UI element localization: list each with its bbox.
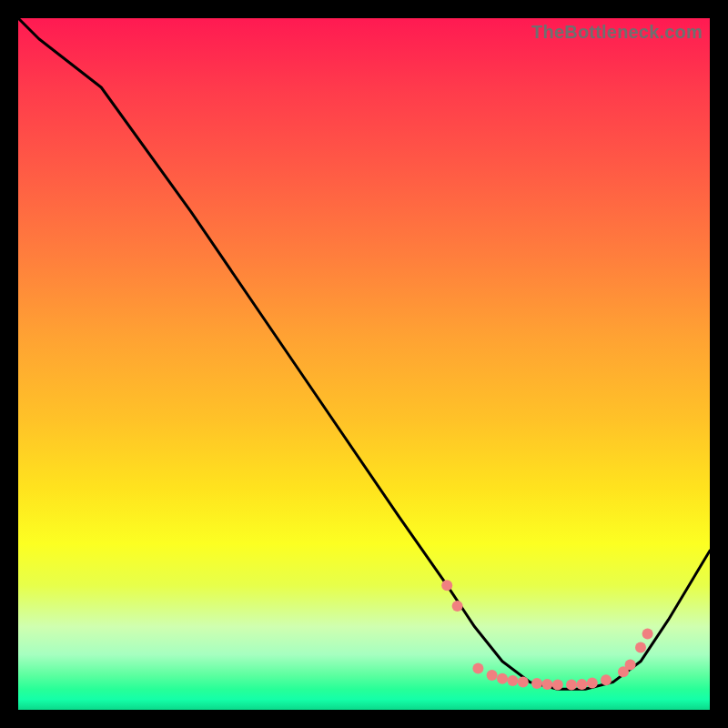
curve-marker bbox=[642, 628, 653, 639]
curve-marker bbox=[472, 662, 483, 673]
curve-marker bbox=[625, 660, 636, 671]
curve-marker bbox=[576, 679, 587, 690]
curve-marker bbox=[541, 679, 552, 690]
curve-marker bbox=[487, 670, 498, 681]
curve-marker bbox=[441, 580, 452, 591]
curve-marker bbox=[531, 678, 542, 689]
marker-layer bbox=[441, 580, 652, 690]
curve-layer bbox=[18, 18, 710, 689]
curve-marker bbox=[552, 680, 563, 691]
plot-area: TheBottleneck.com bbox=[18, 18, 710, 710]
curve-marker bbox=[601, 674, 612, 685]
curve-marker bbox=[518, 677, 529, 688]
curve-marker bbox=[566, 680, 577, 691]
bottleneck-curve bbox=[18, 18, 710, 689]
chart-frame: TheBottleneck.com bbox=[18, 18, 710, 710]
curve-marker bbox=[507, 675, 518, 686]
curve-marker bbox=[452, 601, 463, 612]
curve-marker bbox=[635, 642, 646, 653]
chart-svg bbox=[18, 18, 710, 710]
curve-marker bbox=[497, 673, 508, 684]
curve-marker bbox=[587, 677, 598, 688]
